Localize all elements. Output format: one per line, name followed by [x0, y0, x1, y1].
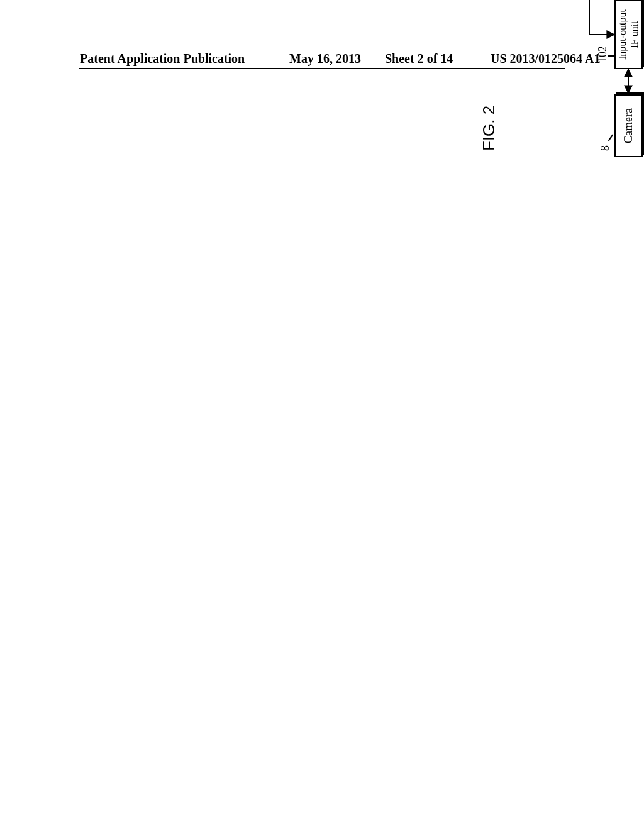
diagram-arrows [479, 0, 644, 157]
page: Patent Application Publication May 16, 2… [0, 0, 644, 830]
header-date: May 16, 2013 [289, 52, 361, 66]
header-publication: Patent Application Publication [80, 52, 245, 66]
figure-2: FIG. 2 Signal processing unit 104 Camera… [479, 0, 644, 157]
header-sheet: Sheet 2 of 14 [385, 52, 453, 66]
